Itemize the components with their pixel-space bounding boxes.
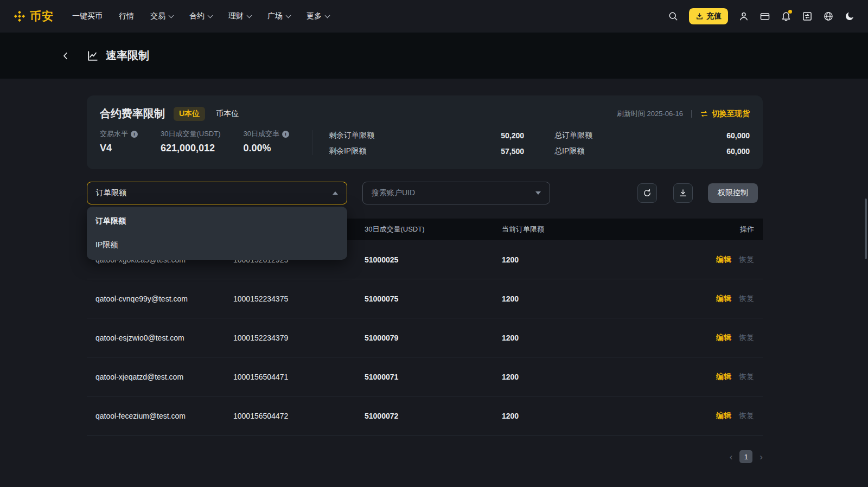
binance-logo[interactable]: 币安 (13, 9, 54, 24)
total-limits-column: 总订单限额60,000 总IP限额60,000 (554, 131, 750, 156)
account-email: qatool-cvnqe99y@test.com (95, 294, 233, 303)
stat-label: 交易水平 (100, 129, 128, 139)
restore-link[interactable]: 恢复 (739, 333, 754, 342)
limit-label: 总订单限额 (554, 131, 592, 140)
stat-value: V4 (100, 143, 138, 154)
account-uid: 1000152234375 (233, 294, 365, 303)
brand-name: 币安 (30, 9, 54, 24)
limit-label: 总IP限额 (554, 146, 584, 156)
edit-link[interactable]: 编辑 (716, 333, 731, 342)
nav-label: 合约 (189, 11, 205, 21)
restore-link[interactable]: 恢复 (739, 294, 754, 303)
header-volume: 30日成交量(USDT) (365, 225, 502, 234)
nav-item-markets[interactable]: 行情 (119, 11, 134, 21)
deposit-label: 充值 (706, 11, 722, 21)
card-stats: 交易水平 V4 30日成交量(USDT) 621,000,012 30日成交率 … (87, 121, 763, 156)
table-row: qatool-esjzwio0@test.com 1000152234379 5… (87, 318, 763, 357)
nav-item-earn[interactable]: 理财 (228, 11, 251, 21)
nav-label: 行情 (119, 11, 134, 21)
prev-page-button[interactable] (730, 452, 733, 462)
deposit-button[interactable]: 充值 (689, 8, 728, 24)
switch-to-spot-link[interactable]: 切换至现货 (700, 109, 750, 119)
account-email: qatool-esjzwio0@test.com (95, 334, 233, 342)
uid-search-select[interactable]: 搜索账户UID (362, 182, 550, 204)
select-value: 订单限额 (96, 188, 126, 198)
nav-label: 广场 (267, 11, 283, 21)
remaining-limits-column: 剩余订单限额50,200 剩余IP限额57,500 (329, 131, 524, 156)
limit-value: 57,500 (501, 147, 524, 156)
search-icon[interactable] (668, 11, 679, 22)
limit-value: 50,200 (501, 131, 524, 140)
globe-icon[interactable] (823, 11, 834, 22)
account-uid: 1000152234379 (233, 334, 365, 342)
download-button[interactable] (673, 183, 693, 203)
rate-limit-summary-card: 合约费率限制 U本位 币本位 刷新时间 2025-06-16 切换至现货 交易水… (87, 95, 763, 169)
nav-item-square[interactable]: 广场 (267, 11, 290, 21)
vertical-scrollbar[interactable] (865, 198, 867, 259)
stat-30d-fill-rate: 30日成交率 0.00% (244, 129, 289, 154)
back-button[interactable] (61, 51, 71, 61)
limit-label: 剩余订单限额 (329, 131, 374, 140)
chevron-up-icon (333, 191, 338, 195)
edit-link[interactable]: 编辑 (716, 411, 731, 420)
info-icon[interactable] (282, 131, 289, 138)
stat-label: 30日成交量(USDT) (161, 129, 221, 139)
notification-dot (788, 10, 792, 14)
limit-cell: 1200 (502, 334, 678, 342)
chart-icon (87, 50, 99, 62)
nav-label: 交易 (150, 11, 165, 21)
limits-summary: 剩余订单限额50,200 剩余IP限额57,500 总订单限额60,000 总I… (329, 129, 750, 156)
limit-cell: 1200 (502, 255, 678, 264)
nav-label: 理财 (228, 11, 244, 21)
chevron-down-icon (247, 12, 252, 18)
theme-moon-icon[interactable] (844, 11, 855, 22)
nav-item-trade[interactable]: 交易 (150, 11, 173, 21)
swap-arrows-icon (700, 110, 709, 118)
tab-usd-margined[interactable]: U本位 (174, 107, 205, 121)
limit-value: 60,000 (726, 147, 750, 156)
pagination: 1 (87, 450, 763, 463)
restore-link[interactable]: 恢复 (739, 255, 754, 264)
chevron-down-icon (286, 12, 291, 18)
restore-link[interactable]: 恢复 (739, 372, 754, 381)
permission-control-button[interactable]: 权限控制 (708, 183, 758, 203)
stat-value: 0.00% (244, 143, 289, 154)
nav-item-more[interactable]: 更多 (307, 11, 329, 21)
restore-link[interactable]: 恢复 (739, 411, 754, 420)
dropdown-option-order-limit[interactable]: 订单限额 (87, 209, 347, 233)
nav-item-buy-crypto[interactable]: 一键买币 (72, 11, 103, 21)
limit-type-select[interactable]: 订单限额 (87, 182, 347, 204)
refresh-button[interactable] (637, 183, 657, 203)
page-number[interactable]: 1 (739, 450, 752, 463)
account-uid: 1000156504471 (233, 373, 365, 381)
profile-icon[interactable] (738, 11, 749, 22)
navbar-actions: 充值 (668, 8, 855, 24)
divider (691, 110, 692, 118)
edit-link[interactable]: 编辑 (716, 372, 731, 381)
table-row: qatool-xjeqatzd@test.com 1000156504471 5… (87, 357, 763, 396)
transfer-icon[interactable] (802, 11, 813, 22)
info-icon[interactable] (131, 131, 138, 138)
wallet-icon[interactable] (760, 11, 770, 22)
download-icon (678, 188, 688, 198)
table-row: qatool-cvnqe99y@test.com 1000152234375 5… (87, 279, 763, 318)
next-page-button[interactable] (760, 452, 763, 462)
chevron-down-icon (535, 191, 541, 195)
switch-label: 切换至现货 (712, 109, 750, 119)
chevron-down-icon (325, 12, 330, 18)
tab-coin-margined[interactable]: 币本位 (216, 109, 239, 119)
stat-label: 30日成交率 (244, 129, 279, 139)
page-title: 速率限制 (106, 48, 149, 63)
card-head-right: 刷新时间 2025-06-16 切换至现货 (617, 109, 750, 119)
nav-label: 更多 (307, 11, 322, 21)
limit-value: 60,000 (726, 131, 750, 140)
edit-link[interactable]: 编辑 (716, 255, 731, 264)
chevron-down-icon (208, 12, 213, 18)
account-email: qatool-xjeqatzd@test.com (95, 373, 233, 381)
limit-cell: 1200 (502, 412, 678, 420)
notification-bell-icon[interactable] (781, 11, 792, 22)
refresh-icon (642, 188, 652, 198)
edit-link[interactable]: 编辑 (716, 294, 731, 303)
nav-item-futures[interactable]: 合约 (189, 11, 212, 21)
dropdown-option-ip-limit[interactable]: IP限额 (87, 233, 347, 257)
